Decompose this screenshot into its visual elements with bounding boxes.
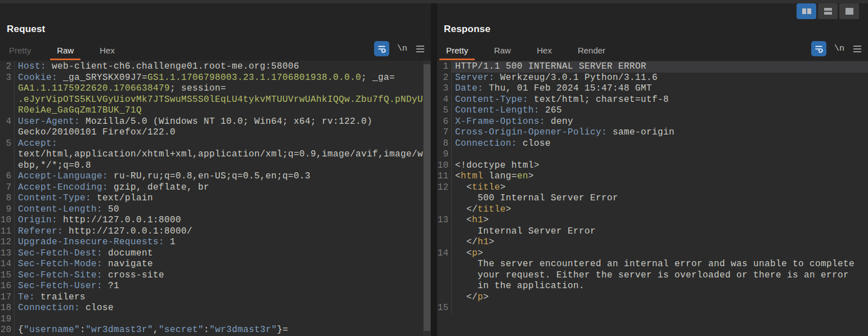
request-tab-hex[interactable]: Hex [97, 46, 117, 55]
line-number: 14 [0, 259, 15, 270]
code-line: 14Sec-Fetch-Mode: navigate [0, 259, 431, 270]
response-tab-render[interactable]: Render [575, 46, 608, 55]
word-wrap-icon [376, 43, 387, 54]
line-number: 13 [0, 248, 15, 259]
code-line: 9 [437, 149, 868, 160]
code-line-text: </title> [452, 204, 868, 216]
hamburger-menu-icon [415, 45, 425, 53]
code-line-text: <!doctype html> [452, 160, 868, 172]
line-number: 18 [0, 303, 15, 314]
code-line: your request. Either the server is overl… [437, 270, 868, 281]
line-number: 1 [437, 61, 452, 73]
code-line: Gecko/20100101 Firefox/122.0 [0, 127, 431, 138]
code-line: 6X-Frame-Options: deny [437, 117, 868, 128]
line-number: 3 [437, 83, 452, 95]
code-line: 3Cookie: _ga_SRYSKX09J7=GS1.1.1706798003… [0, 73, 431, 84]
response-editor[interactable]: 1HTTP/1.1 500 INTERNAL SERVER ERROR2Serv… [437, 61, 868, 336]
line-number: 13 [437, 215, 452, 226]
code-line: 3Date: Thu, 01 Feb 2024 15:47:48 GMT [437, 83, 868, 95]
line-number: 11 [0, 226, 15, 238]
code-line: 5Accept: [0, 138, 431, 150]
line-number [437, 292, 452, 303]
response-tab-hex[interactable]: Hex [534, 46, 554, 55]
rows-layout-icon [822, 7, 834, 16]
code-line-text: Accept: [15, 138, 431, 150]
code-line: .eJyrVipOTS5KLVGyUiovMk7JTSwuMS5S0lEqLU4… [0, 95, 431, 106]
line-number [0, 127, 15, 138]
line-number [437, 193, 452, 204]
code-line-text: Referer: http://127.0.0.1:8000/ [15, 226, 431, 238]
code-line: 8Content-Type: text/plain [0, 193, 431, 204]
line-number: 8 [437, 138, 452, 150]
code-line: 12 <title> [437, 182, 868, 194]
code-line-text [452, 303, 868, 314]
code-line: R0eiAe_GaGqZm17BUK_71Q [0, 105, 431, 117]
code-line-text: GA1.1.1175922620.1706638479; session= [15, 83, 431, 95]
rows-layout-button[interactable] [818, 3, 838, 19]
code-line-text: 500 Internal Server Error [452, 193, 868, 204]
editor-menu-button[interactable] [415, 45, 425, 53]
request-editor[interactable]: 2Host: web-client-ch6.challenge01.root-m… [0, 61, 431, 336]
code-line-text: <title> [452, 182, 868, 194]
line-number: 9 [437, 149, 452, 160]
columns-layout-button[interactable] [797, 3, 816, 19]
code-line-text: Server: Werkzeug/3.0.1 Python/3.11.6 [452, 73, 868, 84]
line-number: 17 [0, 292, 15, 303]
code-line-text: Content-Length: 265 [452, 105, 868, 117]
line-number: 2 [437, 73, 452, 84]
code-line-text: Content-Type: text/html; charset=utf-8 [452, 95, 868, 106]
word-wrap-toggle-button[interactable] [374, 41, 389, 56]
request-editor-scrollbar-thumb[interactable] [424, 64, 430, 331]
request-tab-pretty[interactable]: Pretty [7, 46, 33, 55]
code-line: 1HTTP/1.1 500 INTERNAL SERVER ERROR [437, 61, 868, 73]
code-line: 17Te: trailers [0, 292, 431, 303]
single-panel-layout-button[interactable] [839, 3, 859, 19]
code-line-text: Connection: close [15, 303, 431, 314]
line-number [437, 270, 452, 281]
request-editor-scrollbar[interactable] [423, 61, 431, 336]
line-number: 16 [0, 281, 15, 292]
line-number: 4 [437, 95, 452, 106]
newline-visibility-toggle[interactable]: \n [397, 44, 407, 53]
code-line: 10<!doctype html> [437, 160, 868, 172]
code-line-text: text/html,application/xhtml+xml,applicat… [15, 149, 431, 160]
response-tab-pretty[interactable]: Pretty [444, 46, 470, 55]
code-line: </h1> [437, 237, 868, 248]
line-number: 6 [0, 171, 15, 182]
request-tab-raw[interactable]: Raw [55, 46, 76, 55]
code-line: 18Connection: close [0, 303, 431, 314]
request-panel-header: Request Pretty Raw Hex \n [0, 3, 431, 61]
code-line: 20{"username":"wr3dmast3r","secret":"wr3… [0, 325, 431, 336]
line-number [437, 281, 452, 292]
code-line: 4Content-Type: text/html; charset=utf-8 [437, 95, 868, 106]
code-line: 7Cross-Origin-Opener-Policy: same-origin [437, 127, 868, 138]
code-line: 500 Internal Server Error [437, 193, 868, 204]
newline-visibility-toggle[interactable]: \n [834, 44, 844, 53]
code-line: 5Content-Length: 265 [437, 105, 868, 117]
line-number: 5 [437, 105, 452, 117]
code-line: Internal Server Error [437, 226, 868, 238]
http-message-viewer: Request Pretty Raw Hex \n [0, 0, 868, 336]
code-line-text [15, 314, 431, 325]
word-wrap-toggle-button[interactable] [811, 41, 826, 56]
code-line: 2Server: Werkzeug/3.0.1 Python/3.11.6 [437, 73, 868, 84]
response-tab-raw[interactable]: Raw [492, 46, 513, 55]
word-wrap-icon [813, 43, 824, 54]
line-number: 8 [0, 193, 15, 204]
code-line-text: Content-Type: text/plain [15, 193, 431, 204]
line-number: 2 [0, 61, 15, 73]
line-number [0, 160, 15, 172]
code-line-text: Accept-Encoding: gzip, deflate, br [15, 182, 431, 194]
code-line: 2Host: web-client-ch6.challenge01.root-m… [0, 61, 431, 73]
panel-divider[interactable] [431, 3, 437, 336]
editor-menu-button[interactable] [852, 45, 862, 53]
line-number: 7 [0, 182, 15, 194]
line-number: 9 [0, 204, 15, 216]
request-code: 2Host: web-client-ch6.challenge01.root-m… [0, 61, 431, 336]
request-toolbar: \n [374, 41, 425, 56]
code-line-text: HTTP/1.1 500 INTERNAL SERVER ERROR [452, 61, 868, 73]
code-line-text: </p> [452, 292, 868, 303]
code-line: The server encountered an internal error… [437, 259, 868, 270]
code-line: 8Connection: close [437, 138, 868, 150]
code-line-text: <html lang=en> [452, 171, 868, 182]
